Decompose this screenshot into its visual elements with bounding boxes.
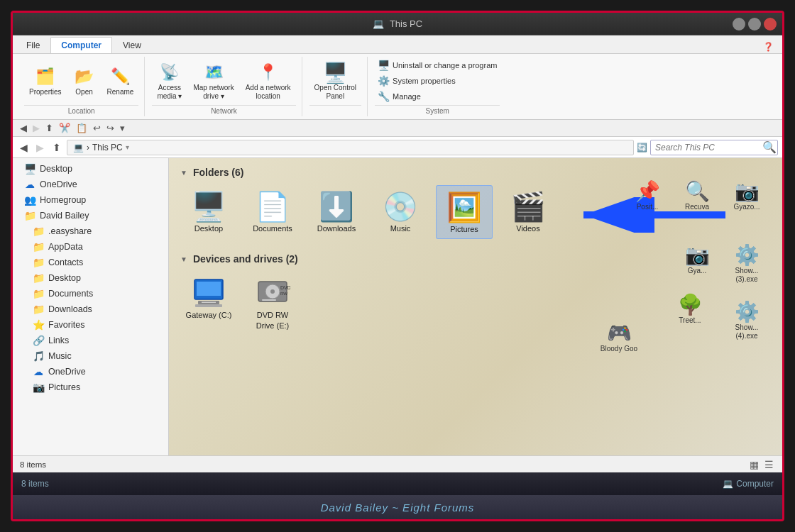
- qat-undo[interactable]: ↩: [92, 121, 102, 135]
- contacts-icon: 📁: [33, 257, 44, 268]
- sidebar-item-appdata[interactable]: 📁 AppData: [13, 239, 168, 255]
- sidebar-item-documents[interactable]: 📁 Documents: [13, 286, 168, 301]
- onedrive2-icon: ☁: [33, 366, 44, 377]
- manage-button[interactable]: 🔧 Manage: [375, 89, 500, 104]
- minimize-button[interactable]: [733, 18, 745, 31]
- ribbon-group-control-panel: 🖥️ Open ControlPanel: [304, 57, 368, 116]
- devices-collapse-icon[interactable]: ▼: [180, 255, 187, 263]
- sidebar-item-easyshare[interactable]: 📁 .easyshare: [13, 223, 168, 239]
- view-large-icon[interactable]: ▦: [748, 458, 760, 472]
- desktop-item-bloody-goo-wrapper: 🎮 Bloody Goo: [598, 321, 640, 353]
- sidebar-item-david-bailey[interactable]: 📁 David Bailey: [13, 208, 168, 223]
- tab-computer[interactable]: Computer: [50, 37, 112, 53]
- desktop-item-bloody-goo[interactable]: 🎮 Bloody Goo: [598, 321, 640, 353]
- desktop-item-show3[interactable]: ⚙️ Show...(3).exe: [725, 243, 768, 284]
- sidebar-item-contacts[interactable]: 📁 Contacts: [13, 255, 168, 270]
- device-gateway[interactable]: Gateway (C:): [180, 272, 237, 335]
- sidebar-item-pictures[interactable]: 📷 Pictures: [13, 379, 168, 395]
- sidebar-item-links[interactable]: 🔗 Links: [13, 333, 168, 348]
- view-list-icon[interactable]: ☰: [763, 458, 775, 472]
- signature-text: David Bailey ~ Eight Forums: [321, 501, 475, 514]
- system-properties-button[interactable]: ⚙️ System properties: [375, 74, 500, 88]
- posit-label: Posit...: [637, 203, 659, 211]
- tab-file[interactable]: File: [16, 37, 50, 53]
- add-location-button[interactable]: 📍 Add a networklocation: [241, 59, 296, 103]
- show4-icon: ⚙️: [735, 300, 760, 323]
- uninstall-button[interactable]: 🖥️ Uninstall or change a program: [375, 58, 500, 72]
- desktop-item-posit[interactable]: 📌 Posit...: [626, 179, 669, 211]
- open-button[interactable]: 📂 Open: [68, 63, 101, 99]
- sidebar-item-onedrive2[interactable]: ☁ OneDrive: [13, 364, 168, 379]
- homegroup-sidebar-icon: 👥: [24, 194, 35, 206]
- tab-view[interactable]: View: [112, 37, 152, 53]
- music-icon: 🎵: [33, 350, 44, 362]
- sidebar-item-favorites[interactable]: ⭐ Favorites: [13, 317, 168, 333]
- folder-desktop[interactable]: 🖥️ Desktop: [180, 185, 237, 239]
- nav-back-button[interactable]: ◀: [17, 140, 31, 155]
- uninstall-icon: 🖥️: [378, 60, 390, 71]
- desktop-item-show3-wrapper: ⚙️ Show...(3).exe: [725, 243, 768, 284]
- access-media-button[interactable]: 📡 Accessmedia ▾: [152, 59, 187, 103]
- map-drive-button[interactable]: 🗺️ Map networkdrive ▾: [188, 59, 238, 103]
- ribbon-tabs: File Computer View ❓: [13, 35, 782, 54]
- folder-pictures[interactable]: 🖼️ Pictures: [436, 185, 493, 239]
- help-icon[interactable]: ❓: [757, 40, 779, 53]
- nav-up-button[interactable]: ⬆: [50, 140, 64, 155]
- rename-button[interactable]: ✏️ Rename: [102, 63, 139, 99]
- qat-copy[interactable]: 📋: [75, 121, 89, 135]
- control-panel-button[interactable]: 🖥️ Open ControlPanel: [309, 59, 361, 103]
- folder-downloads[interactable]: ⬇️ Downloads: [308, 185, 365, 239]
- refresh-button[interactable]: 🔄: [637, 143, 647, 153]
- qat-dropdown[interactable]: ▾: [119, 121, 126, 135]
- search-input[interactable]: [655, 143, 762, 153]
- qat-cut[interactable]: ✂️: [57, 121, 72, 135]
- sidebar-item-music[interactable]: 🎵 Music: [13, 348, 168, 364]
- maximize-button[interactable]: [748, 18, 761, 31]
- folder-videos-label: Videos: [516, 223, 539, 233]
- close-button[interactable]: [764, 18, 777, 31]
- folder-music[interactable]: 💿 Music: [372, 185, 429, 239]
- sidebar-item-homegroup[interactable]: 👥 Homegroup: [13, 192, 168, 208]
- qat-back[interactable]: ◀: [18, 121, 28, 135]
- desktop-item-treet[interactable]: 🌳 Treet...: [669, 293, 711, 325]
- sidebar-item-downloads[interactable]: 📁 Downloads: [13, 301, 168, 317]
- device-dvd[interactable]: DVD RW DVD RW Drive (E:): [244, 272, 301, 335]
- content-panel: ▼ Folders (6) 🖥️ Desktop 📄 Documents ⬇️ …: [169, 158, 782, 455]
- gyazo-label: Gyazo...: [733, 203, 760, 211]
- path-computer-icon: 💻: [73, 143, 84, 153]
- uninstall-label: Uninstall or change a program: [393, 61, 497, 70]
- sidebar-item-desktop2[interactable]: 📁 Desktop: [13, 270, 168, 286]
- gyazo-icon: 📷: [735, 179, 760, 203]
- qat-forward[interactable]: ▶: [31, 121, 41, 135]
- sidebar-item-desktop[interactable]: 🖥️ Desktop: [13, 161, 168, 177]
- control-panel-group-label: [309, 105, 361, 115]
- sidebar-item-onedrive[interactable]: ☁ OneDrive: [13, 177, 168, 192]
- path-separator: ›: [87, 143, 89, 153]
- desktop-item-gyazo2[interactable]: 📷 Gya...: [676, 243, 718, 275]
- properties-button[interactable]: 🗂️ Properties: [24, 63, 67, 99]
- treet-label: Treet...: [679, 316, 701, 325]
- downloads-icon: 📁: [33, 304, 44, 315]
- desktop-item-treet-wrapper: 🌳 Treet...: [669, 293, 711, 325]
- search-icon[interactable]: 🔍: [762, 140, 777, 154]
- device-dvd-label: DVD RW Drive (E:): [247, 310, 298, 331]
- sidebar-label-music: Music: [48, 351, 163, 361]
- manage-label: Manage: [393, 92, 421, 101]
- show3-label: Show...(3).exe: [725, 267, 768, 284]
- david-bailey-sidebar-icon: 📁: [24, 210, 35, 221]
- nav-forward-button[interactable]: ▶: [33, 140, 47, 155]
- folder-pictures-label: Pictures: [450, 224, 478, 234]
- qat-redo[interactable]: ↪: [105, 121, 116, 135]
- desktop-item-recuva[interactable]: 🔍 Recuva: [676, 179, 718, 211]
- desktop2-icon: 📁: [33, 272, 44, 284]
- favorites-icon: ⭐: [33, 319, 44, 331]
- qat-up[interactable]: ⬆: [44, 121, 55, 135]
- folder-videos[interactable]: 🎬 Videos: [500, 185, 556, 239]
- address-path[interactable]: 💻 › This PC ▾: [67, 140, 634, 155]
- bloody-goo-label: Bloody Goo: [601, 345, 637, 353]
- desktop-item-gyazo[interactable]: 📷 Gyazo...: [725, 179, 768, 211]
- folders-section-header: ▼ Folders (6): [180, 167, 771, 178]
- folders-collapse-icon[interactable]: ▼: [180, 169, 187, 177]
- desktop-item-show4[interactable]: ⚙️ Show...(4).exe: [725, 300, 768, 340]
- folder-documents[interactable]: 📄 Documents: [244, 185, 301, 239]
